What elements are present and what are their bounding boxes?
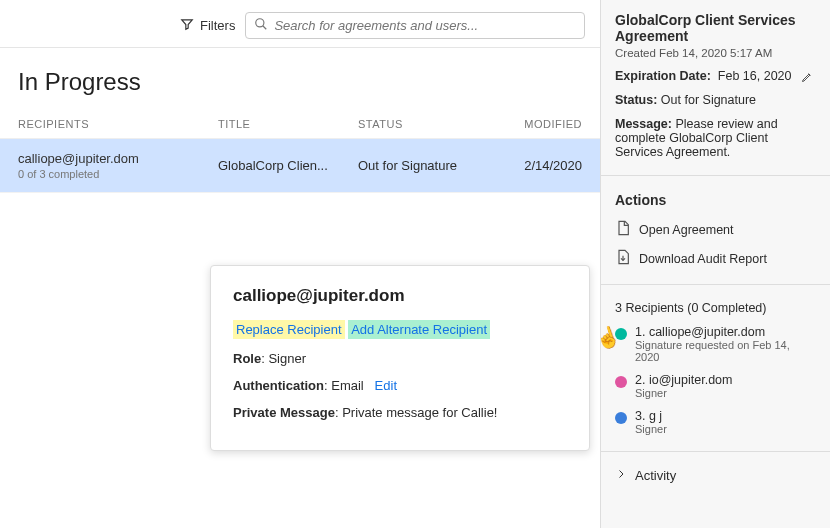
recipient-item[interactable]: 2. io@jupiter.dom Signer	[615, 373, 816, 399]
status-dot-icon	[615, 412, 627, 424]
open-agreement-label: Open Agreement	[639, 223, 734, 237]
auth-value: Email	[331, 378, 364, 393]
row-title: GlobalCorp Clien...	[218, 158, 358, 173]
message-label: Message:	[615, 117, 672, 131]
recipient-sub: Signer	[635, 423, 667, 435]
row-modified: 2/14/2020	[508, 158, 582, 173]
download-icon	[615, 249, 631, 268]
search-field[interactable]	[245, 12, 585, 39]
search-icon	[254, 17, 268, 34]
replace-recipient-link[interactable]: Replace Recipient	[233, 320, 345, 339]
recipient-item[interactable]: ☝ 1. calliope@jupiter.dom Signature requ…	[615, 325, 816, 363]
role-label: Role	[233, 351, 261, 366]
card-title: calliope@jupiter.dom	[233, 286, 567, 306]
recipient-label: 2. io@jupiter.dom	[635, 373, 732, 387]
row-recipient-email: calliope@jupiter.dom	[18, 151, 218, 166]
row-recipient-sub: 0 of 3 completed	[18, 168, 218, 180]
actions-heading: Actions	[615, 192, 816, 208]
recipient-sub: Signer	[635, 387, 732, 399]
add-alternate-recipient-link[interactable]: Add Alternate Recipient	[348, 320, 490, 339]
status-dot-icon	[615, 376, 627, 388]
row-status: Out for Signature	[358, 158, 508, 173]
status-dot-icon	[615, 328, 627, 340]
table-row[interactable]: calliope@jupiter.dom 0 of 3 completed Gl…	[0, 139, 600, 193]
col-status: STATUS	[358, 118, 508, 130]
recipient-label: 3. g j	[635, 409, 667, 423]
chevron-right-icon	[615, 468, 627, 483]
recipient-detail-card: calliope@jupiter.dom Replace Recipient A…	[210, 265, 590, 451]
agreement-title: GlobalCorp Client Services Agreement	[615, 12, 816, 44]
search-input[interactable]	[274, 18, 576, 33]
open-agreement-action[interactable]: Open Agreement	[615, 220, 816, 239]
status-value: Out for Signature	[661, 93, 756, 107]
table-header: RECIPIENTS TITLE STATUS MODIFIED	[0, 110, 600, 139]
status-label: Status:	[615, 93, 657, 107]
divider	[0, 47, 600, 48]
recipient-label: 1. calliope@jupiter.dom	[635, 325, 816, 339]
document-icon	[615, 220, 631, 239]
filter-icon	[180, 17, 194, 34]
download-audit-action[interactable]: Download Audit Report	[615, 249, 816, 268]
expiration-label: Expiration Date:	[615, 69, 711, 83]
recipient-item[interactable]: 3. g j Signer	[615, 409, 816, 435]
page-title: In Progress	[0, 58, 600, 110]
edit-icon[interactable]	[801, 71, 813, 83]
auth-label: Authentication	[233, 378, 324, 393]
filters-label: Filters	[200, 18, 235, 33]
download-audit-label: Download Audit Report	[639, 252, 767, 266]
role-value: Signer	[268, 351, 306, 366]
activity-label: Activity	[635, 468, 676, 483]
expiration-value: Feb 16, 2020	[718, 69, 792, 83]
col-modified: MODIFIED	[508, 118, 582, 130]
svg-line-1	[263, 26, 267, 30]
agreement-created: Created Feb 14, 2020 5:17 AM	[615, 47, 816, 59]
activity-toggle[interactable]: Activity	[615, 468, 816, 483]
pm-value: Private message for Callie!	[342, 405, 497, 420]
recipients-summary: 3 Recipients (0 Completed)	[615, 301, 816, 315]
col-title: TITLE	[218, 118, 358, 130]
filters-button[interactable]: Filters	[180, 17, 235, 34]
side-panel: GlobalCorp Client Services Agreement Cre…	[600, 0, 830, 528]
pm-label: Private Message	[233, 405, 335, 420]
col-recipients: RECIPIENTS	[18, 118, 218, 130]
auth-edit-link[interactable]: Edit	[375, 378, 397, 393]
recipient-sub: Signature requested on Feb 14, 2020	[635, 339, 816, 363]
svg-point-0	[256, 19, 264, 27]
